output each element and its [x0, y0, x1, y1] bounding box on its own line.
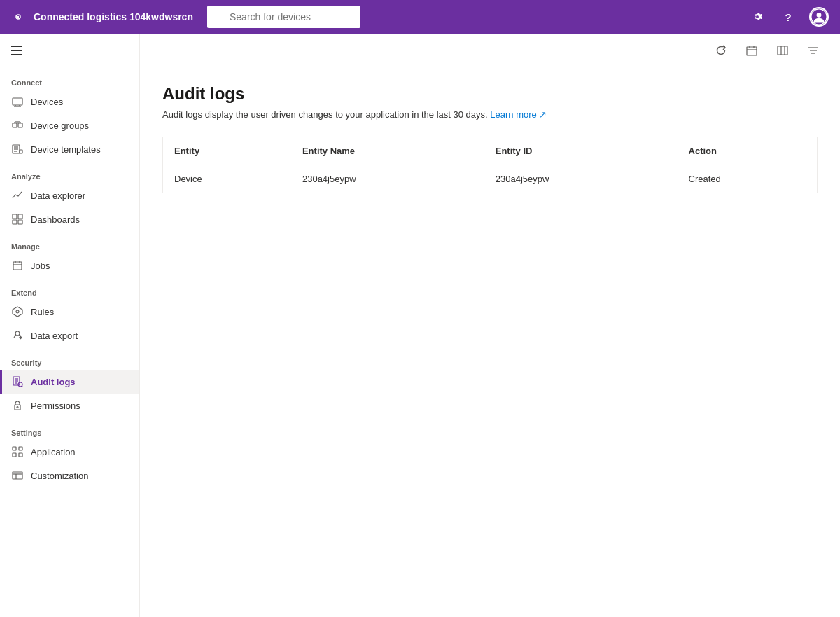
svg-rect-45	[747, 47, 757, 55]
sidebar-label-data-export: Data export	[31, 331, 78, 341]
col-entity: Entity	[163, 137, 291, 165]
app-logo	[11, 10, 25, 24]
cell-entity-id: 230a4j5eypw	[484, 165, 678, 193]
sidebar-item-rules[interactable]: Rules	[0, 300, 139, 324]
svg-rect-40	[19, 453, 22, 457]
sidebar-item-permissions[interactable]: Permissions	[0, 394, 139, 417]
svg-rect-9	[18, 123, 22, 127]
svg-point-3	[817, 13, 822, 18]
sidebar-label-customization: Customization	[31, 471, 88, 481]
learn-more-link[interactable]: Learn more ↗	[490, 109, 547, 120]
sidebar-item-data-explorer[interactable]: Data explorer	[0, 183, 139, 207]
data-export-icon	[11, 329, 24, 342]
sidebar-label-jobs: Jobs	[31, 261, 50, 271]
section-connect: Connect	[0, 67, 139, 90]
sidebar-label-device-groups: Device groups	[31, 120, 89, 131]
device-groups-icon	[11, 119, 24, 132]
section-security: Security	[0, 347, 139, 370]
svg-rect-49	[778, 46, 788, 55]
settings-icon[interactable]	[748, 7, 767, 27]
device-icon	[11, 95, 24, 108]
audit-logs-icon	[11, 375, 24, 388]
sidebar-item-devices[interactable]: Devices	[0, 90, 139, 113]
cell-entity: Device	[163, 165, 291, 193]
sidebar-item-device-templates[interactable]: Device templates	[0, 137, 139, 161]
sidebar-item-dashboards[interactable]: Dashboards	[0, 207, 139, 231]
section-analyze: Analyze	[0, 161, 139, 183]
sidebar-label-rules: Rules	[31, 307, 54, 317]
svg-rect-22	[13, 262, 22, 270]
sidebar-label-devices: Devices	[31, 97, 63, 107]
device-templates-icon	[11, 143, 24, 155]
sidebar-label-dashboards: Dashboards	[31, 214, 80, 225]
svg-point-36	[17, 407, 18, 408]
sidebar-item-jobs[interactable]: Jobs	[0, 254, 139, 277]
avatar[interactable]	[809, 7, 829, 27]
layout: Connect Devices	[0, 34, 840, 617]
sidebar-item-audit-logs[interactable]: Audit logs	[0, 370, 139, 394]
refresh-button[interactable]	[711, 41, 731, 60]
col-entity-id: Entity ID	[484, 137, 678, 165]
sidebar: Connect Devices	[0, 34, 140, 617]
sidebar-item-customization[interactable]: Customization	[0, 464, 139, 487]
section-settings: Settings	[0, 417, 139, 440]
svg-rect-39	[13, 453, 16, 457]
columns-button[interactable]	[773, 41, 792, 60]
hamburger-button[interactable]	[0, 34, 139, 67]
sidebar-label-application: Application	[31, 447, 76, 457]
svg-rect-38	[19, 447, 22, 450]
customization-icon	[11, 469, 24, 482]
help-icon[interactable]: ?	[778, 7, 798, 27]
search-input[interactable]	[207, 6, 360, 28]
topbar-icons: ?	[748, 7, 829, 27]
svg-rect-8	[13, 123, 17, 127]
permissions-icon	[11, 399, 24, 412]
data-explorer-icon	[11, 189, 24, 202]
audit-table: Entity Entity Name Entity ID Action Devi…	[162, 137, 818, 193]
svg-rect-17	[20, 150, 22, 153]
svg-rect-21	[18, 220, 22, 224]
hamburger-icon	[11, 46, 22, 55]
svg-rect-19	[18, 214, 22, 219]
main-content: Audit logs Audit logs display the user d…	[140, 34, 840, 617]
sidebar-item-application[interactable]: Application	[0, 440, 139, 464]
sidebar-label-data-explorer: Data explorer	[31, 190, 85, 201]
svg-rect-37	[13, 447, 16, 450]
svg-point-33	[18, 382, 22, 387]
svg-point-27	[15, 331, 20, 335]
sidebar-item-device-groups[interactable]: Device groups	[0, 113, 139, 137]
svg-rect-20	[13, 220, 17, 224]
col-entity-name: Entity Name	[291, 137, 484, 165]
audit-logs-content: Audit logs Audit logs display the user d…	[140, 67, 840, 617]
svg-line-34	[22, 386, 23, 387]
application-icon	[11, 445, 24, 458]
calendar-button[interactable]	[742, 41, 762, 60]
svg-point-1	[18, 16, 19, 18]
page-title: Audit logs	[162, 84, 818, 104]
svg-point-26	[16, 310, 19, 313]
search-container: 🔍	[207, 6, 469, 28]
app-title: Connected logistics 104kwdwsrcn	[34, 11, 193, 22]
external-link-icon: ↗	[539, 109, 547, 120]
svg-rect-41	[13, 472, 22, 479]
sidebar-item-data-export[interactable]: Data export	[0, 324, 139, 347]
dashboards-icon	[11, 213, 24, 226]
main-toolbar	[140, 34, 840, 67]
page-description: Audit logs display the user driven chang…	[162, 109, 818, 120]
svg-rect-35	[15, 405, 20, 410]
rules-icon	[11, 305, 24, 318]
table-row: Device 230a4j5eypw 230a4j5eypw Created	[163, 165, 818, 193]
cell-entity-name: 230a4j5eypw	[291, 165, 484, 193]
jobs-icon	[11, 259, 24, 272]
sidebar-label-device-templates: Device templates	[31, 144, 101, 155]
section-extend: Extend	[0, 277, 139, 300]
sidebar-label-permissions: Permissions	[31, 401, 80, 411]
cell-action: Created	[678, 165, 818, 193]
sidebar-label-audit-logs: Audit logs	[31, 377, 76, 387]
col-action: Action	[678, 137, 818, 165]
svg-rect-18	[13, 214, 17, 219]
section-manage: Manage	[0, 231, 139, 254]
filter-button[interactable]	[804, 41, 823, 60]
topbar: Connected logistics 104kwdwsrcn 🔍 ?	[0, 0, 840, 34]
svg-rect-4	[13, 98, 22, 105]
